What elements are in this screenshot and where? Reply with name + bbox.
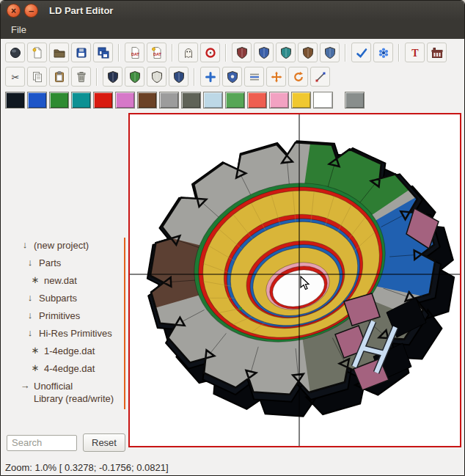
toolbar-separator <box>118 44 120 62</box>
tree-item-unofficial-library-read-write[interactable]: →Unofficial Library (read/write) <box>20 377 128 405</box>
toolbar-area: DATDATT ✂ <box>1 39 464 111</box>
save-all-button[interactable] <box>93 43 113 62</box>
tree-item-label: Hi-Res Primitives <box>39 327 112 340</box>
new-dat-file-button[interactable]: DAT <box>125 43 144 62</box>
tree-item-label: new.dat <box>44 274 77 287</box>
shield-icon <box>235 46 249 59</box>
manipulator-mode-button[interactable] <box>5 43 25 62</box>
app-window: × – LD Part Editor File DATDATT ✂ ↓(new … <box>0 0 465 476</box>
check-icon <box>355 46 368 59</box>
shield-icon <box>301 46 315 59</box>
page-new-icon <box>31 46 44 59</box>
line-mode-button[interactable] <box>244 67 264 87</box>
sphere-icon <box>9 46 22 59</box>
shield-silver-button[interactable] <box>147 67 166 87</box>
shield-icon <box>172 70 186 84</box>
toolbar-separator <box>345 44 346 62</box>
shield-blue-button[interactable] <box>254 43 274 62</box>
dat-icon: DAT <box>128 46 142 59</box>
tree-item-label: (new project) <box>34 239 89 252</box>
sidebar: ↓(new project)↓Parts∗new.dat↓Subparts↓Pr… <box>1 111 128 459</box>
color-swatch-dark-pink[interactable] <box>115 92 135 109</box>
move-icon <box>270 70 283 84</box>
primgen-button[interactable] <box>427 43 447 62</box>
color-swatch-bright-green[interactable] <box>225 92 245 109</box>
tree-item-new-dat[interactable]: ∗new.dat <box>20 271 128 289</box>
shield-green-button[interactable] <box>125 67 144 87</box>
scissors-icon: ✂ <box>9 70 22 84</box>
toolbar-row-2: ✂ <box>1 65 464 89</box>
toolbar-separator <box>172 44 173 62</box>
measure-diagonal-button[interactable] <box>310 67 330 87</box>
cut-button[interactable]: ✂ <box>5 67 25 87</box>
tree-item-1-4edge-dat[interactable]: ∗1-4edge.dat <box>20 342 128 359</box>
shield-brown-button[interactable] <box>298 43 318 62</box>
toolbar-separator <box>194 68 195 86</box>
rotate-icon <box>292 70 305 84</box>
tree-item-hi-res-primitives[interactable]: ↓Hi-Res Primitives <box>20 324 128 342</box>
new-project-button[interactable] <box>27 43 47 62</box>
tree-item-primitives[interactable]: ↓Primitives <box>20 307 128 324</box>
color-swatch-light-gray[interactable] <box>159 92 179 109</box>
tree-item-label: Subparts <box>39 292 77 304</box>
search-row: Reset <box>1 431 128 459</box>
shield-navy-2-button[interactable] <box>169 67 188 87</box>
tree-item-4-4edge-dat[interactable]: ∗4-4edge.dat <box>20 359 128 377</box>
flower-icon <box>377 46 390 59</box>
color-swatch-black[interactable] <box>5 92 25 109</box>
palette-flower-button[interactable] <box>373 43 393 62</box>
delete-button[interactable] <box>71 67 91 87</box>
color-swatch-pink[interactable] <box>269 92 289 109</box>
hide-ghost-button[interactable] <box>178 43 198 62</box>
tree-item-label: 1-4edge.dat <box>44 345 95 357</box>
color-swatch-white[interactable] <box>313 92 333 109</box>
color-swatch-green[interactable] <box>49 92 69 109</box>
close-button[interactable]: × <box>7 4 21 18</box>
color-swatch-red[interactable] <box>93 92 113 109</box>
paste-icon <box>53 70 66 84</box>
shield-icon <box>128 70 142 84</box>
reset-button[interactable]: Reset <box>83 433 125 452</box>
save-button[interactable] <box>71 43 91 62</box>
select-check-button[interactable] <box>351 43 371 62</box>
shield-maroon-button[interactable] <box>232 43 252 62</box>
plus-icon <box>204 70 217 84</box>
color-swatch-blue[interactable] <box>27 92 47 109</box>
menu-item-file[interactable]: File <box>5 22 32 37</box>
tree-item-subparts[interactable]: ↓Subparts <box>20 289 128 307</box>
shield-marked-button[interactable] <box>222 67 242 87</box>
tree-item-label: Parts <box>39 257 61 269</box>
move-transform-button[interactable] <box>266 67 286 87</box>
color-swatch-yellow[interactable] <box>291 92 311 109</box>
copy-button[interactable] <box>27 67 47 87</box>
color-swatch-light-blue[interactable] <box>203 92 223 109</box>
shield-teal-button[interactable] <box>276 43 296 62</box>
search-input[interactable] <box>7 435 77 451</box>
color-swatch-salmon[interactable] <box>247 92 267 109</box>
color-swatch-dark-turquoise[interactable] <box>71 92 91 109</box>
tree-item-label: Primitives <box>39 310 80 322</box>
rotate-transform-button[interactable] <box>288 67 308 87</box>
add-vertex-button[interactable] <box>200 67 220 87</box>
shield-icon <box>106 70 120 84</box>
shield-steel-button[interactable] <box>320 43 340 62</box>
paste-button[interactable] <box>49 67 69 87</box>
shield-dot-icon <box>226 70 239 84</box>
shield-navy-button[interactable] <box>103 67 122 87</box>
tree-item-parts[interactable]: ↓Parts <box>20 254 128 271</box>
slash-icon <box>314 70 327 84</box>
asterisk-icon: ∗ <box>30 274 40 285</box>
minimize-button[interactable]: – <box>24 4 38 18</box>
viewport-3d[interactable] <box>128 113 461 447</box>
text-editor-button[interactable]: T <box>405 43 425 62</box>
color-swatch-brown[interactable] <box>137 92 157 109</box>
arrow-down-icon: ↓ <box>25 327 35 338</box>
open-file-button[interactable] <box>49 43 69 62</box>
snap-to-grid-button[interactable] <box>200 43 220 62</box>
color-swatch-main-gray[interactable] <box>345 92 365 109</box>
color-swatch-dark-gray[interactable] <box>181 92 201 109</box>
tree-item-new-project[interactable]: ↓(new project) <box>20 236 128 254</box>
main-area: ↓(new project)↓Parts∗new.dat↓Subparts↓Pr… <box>1 111 464 459</box>
arrow-down-icon: ↓ <box>25 310 35 321</box>
open-dat-file-button[interactable]: DAT <box>147 43 166 62</box>
